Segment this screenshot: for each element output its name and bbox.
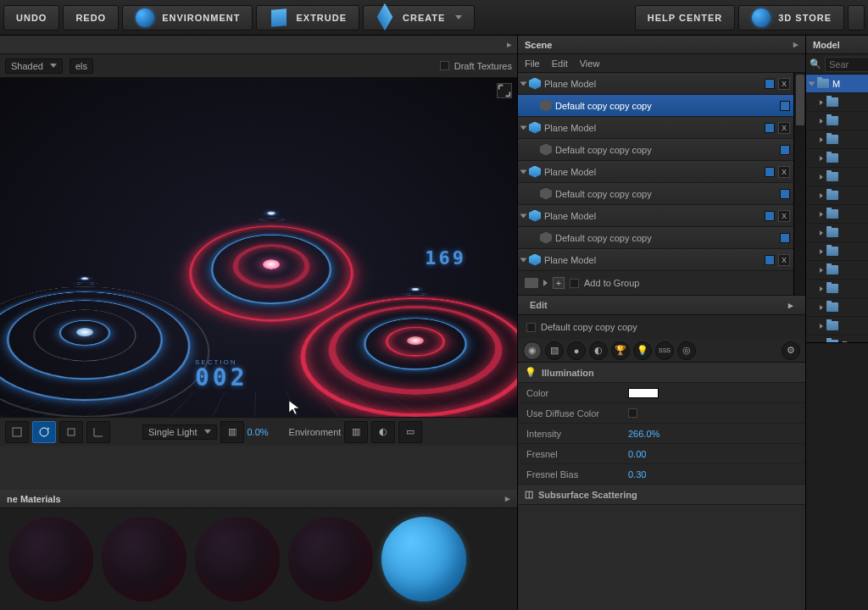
- model-row[interactable]: [806, 261, 868, 280]
- visibility-toggle[interactable]: [765, 79, 775, 89]
- delete-button[interactable]: X: [778, 210, 790, 222]
- model-search-input[interactable]: [825, 57, 868, 72]
- shading-mode-dropdown[interactable]: Shaded: [5, 58, 63, 74]
- model-row[interactable]: [806, 149, 868, 168]
- env-settings-1[interactable]: ◐: [371, 421, 395, 443]
- disclosure-icon[interactable]: [809, 81, 815, 86]
- tree-row[interactable]: Plane Model X: [518, 249, 793, 271]
- material-swatch[interactable]: [195, 517, 280, 602]
- visibility-toggle[interactable]: [765, 123, 775, 133]
- tree-row[interactable]: Default copy copy copy: [518, 183, 793, 205]
- redo-button[interactable]: REDO: [63, 5, 119, 30]
- disclosure-icon[interactable]: [820, 268, 823, 273]
- overflow-button[interactable]: [848, 5, 865, 30]
- collapse-icon[interactable]: ▸: [507, 39, 512, 50]
- env-settings-2[interactable]: ▭: [398, 421, 422, 443]
- labels-dropdown[interactable]: els: [70, 58, 93, 74]
- model-row[interactable]: [806, 168, 868, 186]
- collapse-icon[interactable]: ▸: [793, 39, 798, 50]
- visibility-toggle[interactable]: [765, 167, 775, 177]
- disclosure-icon[interactable]: [820, 193, 823, 198]
- scene-menu-edit[interactable]: Edit: [552, 58, 568, 69]
- prop-tab-sss[interactable]: SSS: [655, 341, 674, 360]
- light-mode-dropdown[interactable]: Single Light: [142, 424, 217, 440]
- scene-menu-file[interactable]: File: [525, 58, 540, 69]
- material-swatch[interactable]: [381, 517, 466, 602]
- delete-button[interactable]: X: [778, 78, 790, 90]
- prop-tab-contrast[interactable]: ◐: [589, 341, 608, 360]
- disclosure-icon[interactable]: [820, 249, 823, 254]
- visibility-toggle[interactable]: [780, 145, 790, 155]
- 3d-store-button[interactable]: 3D STORE: [738, 5, 844, 30]
- scene-menu-view[interactable]: View: [580, 58, 600, 69]
- disclosure-icon[interactable]: [820, 175, 823, 180]
- prop-tab-shading[interactable]: ◉: [523, 341, 542, 360]
- disclosure-icon[interactable]: [820, 156, 823, 161]
- enable-checkbox[interactable]: [526, 323, 536, 332]
- disclosure-icon[interactable]: [520, 214, 527, 218]
- light-toggle[interactable]: ▥: [220, 421, 244, 443]
- help-center-button[interactable]: HELP CENTER: [635, 5, 735, 30]
- delete-button[interactable]: X: [778, 254, 790, 266]
- visibility-toggle[interactable]: [780, 189, 790, 199]
- model-row[interactable]: [806, 205, 868, 224]
- scrollbar[interactable]: [793, 73, 805, 295]
- tree-row[interactable]: Default copy copy copy: [518, 95, 793, 117]
- illumination-section-header[interactable]: 💡 Illumination: [518, 363, 805, 383]
- environment-button[interactable]: ENVIRONMENT: [122, 5, 253, 30]
- disclosure-icon[interactable]: [520, 125, 527, 130]
- visibility-toggle[interactable]: [765, 211, 775, 221]
- model-row[interactable]: [806, 242, 868, 261]
- tree-row[interactable]: Plane Model X: [518, 73, 793, 95]
- light-percent[interactable]: 0.0%: [248, 427, 269, 437]
- tree-row[interactable]: Plane Model X: [518, 117, 793, 139]
- delete-button[interactable]: X: [778, 122, 790, 134]
- create-button[interactable]: CREATE: [363, 5, 475, 30]
- color-swatch[interactable]: [628, 388, 659, 398]
- delete-button[interactable]: X: [778, 166, 790, 178]
- model-row[interactable]: [806, 224, 868, 242]
- prop-tab-texture[interactable]: ▧: [545, 341, 564, 360]
- tree-row[interactable]: Default copy copy copy: [518, 139, 793, 161]
- tool-axis[interactable]: [86, 421, 110, 443]
- intensity-value[interactable]: 266.0%: [628, 429, 659, 439]
- draft-textures-checkbox[interactable]: [440, 61, 449, 70]
- material-swatch[interactable]: [288, 517, 373, 602]
- disclosure-icon[interactable]: [820, 305, 823, 310]
- tool-frame[interactable]: [59, 421, 83, 443]
- model-row[interactable]: Fa: [806, 336, 868, 342]
- tree-row[interactable]: Plane Model X: [518, 161, 793, 183]
- disclosure-icon[interactable]: [520, 169, 527, 174]
- model-row[interactable]: [806, 317, 868, 336]
- prop-tab-settings[interactable]: ⚙: [782, 341, 800, 360]
- prop-tab-light[interactable]: 💡: [633, 341, 652, 360]
- model-row[interactable]: [806, 112, 868, 130]
- model-row[interactable]: [806, 186, 868, 205]
- model-row[interactable]: [806, 280, 868, 298]
- material-swatch[interactable]: [8, 517, 93, 602]
- material-swatch[interactable]: [102, 517, 186, 602]
- viewport-3d[interactable]: 169 SECTION 002: [0, 78, 517, 417]
- visibility-toggle[interactable]: [765, 255, 775, 265]
- env-visible-toggle[interactable]: ▥: [344, 421, 368, 443]
- disclosure-icon[interactable]: [820, 100, 823, 105]
- visibility-toggle[interactable]: [780, 233, 790, 243]
- add-button[interactable]: +: [553, 277, 565, 289]
- fresnel-value[interactable]: 0.00: [628, 449, 646, 459]
- disclosure-icon[interactable]: [820, 230, 823, 236]
- fresnel-bias-value[interactable]: 0.30: [628, 469, 646, 480]
- group-checkbox[interactable]: [570, 279, 579, 288]
- expand-viewport-button[interactable]: [497, 83, 512, 98]
- disclosure-icon[interactable]: [520, 81, 527, 86]
- prop-tab-env[interactable]: ◎: [677, 341, 696, 360]
- tool-rotate[interactable]: [32, 421, 56, 443]
- collapse-icon[interactable]: ▸: [788, 300, 793, 311]
- disclosure-icon[interactable]: [820, 324, 823, 329]
- model-row[interactable]: [806, 93, 868, 112]
- disclosure-icon[interactable]: [820, 286, 823, 291]
- use-diffuse-checkbox[interactable]: [628, 408, 637, 418]
- disclosure-icon[interactable]: [820, 119, 823, 124]
- tree-row[interactable]: Plane Model X: [518, 205, 793, 227]
- disclosure-icon[interactable]: [820, 212, 823, 217]
- tool-select[interactable]: [5, 421, 29, 443]
